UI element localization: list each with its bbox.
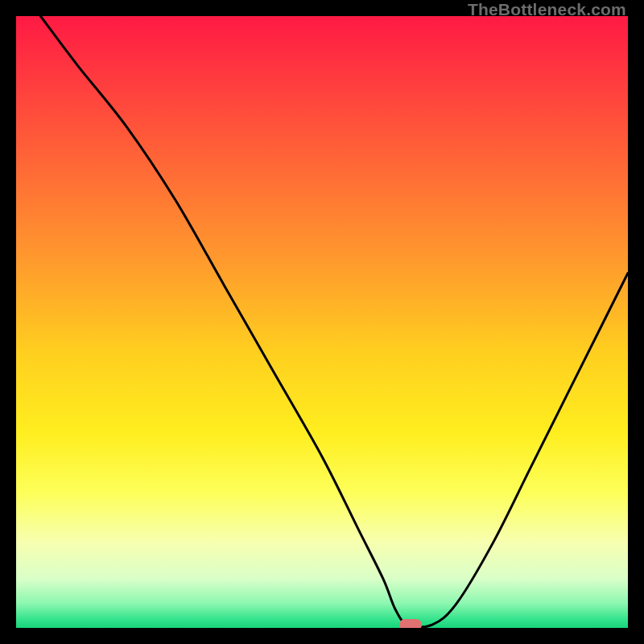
bottleneck-curve — [16, 16, 628, 628]
watermark-text: TheBottleneck.com — [468, 0, 626, 19]
optimal-marker — [399, 619, 422, 628]
plot-area — [16, 16, 628, 628]
chart-frame: TheBottleneck.com — [0, 0, 644, 644]
gradient-background — [16, 16, 628, 628]
svg-rect-0 — [16, 16, 628, 628]
